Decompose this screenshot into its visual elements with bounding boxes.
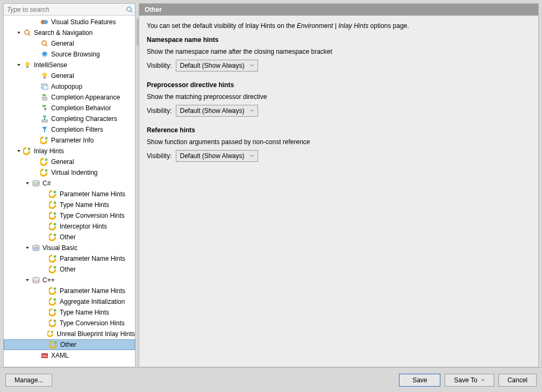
tree-item[interactable]: Source Browsing [4,49,135,60]
tree-item[interactable]: Type Name Hints [4,199,135,210]
svg-rect-10 [26,66,28,68]
tree-item[interactable]: Completing Characters [4,113,135,124]
tree-item-label: Unreal Blueprint Inlay Hints [57,330,135,338]
svg-point-39 [54,320,56,323]
tree-item[interactable]: Completion Appearance [4,92,135,103]
hint-icon [49,265,58,274]
expand-caret-icon[interactable] [24,180,31,187]
bulb-icon [23,61,32,69]
tree-item[interactable]: Parameter Name Hints [4,286,135,296]
tree-item[interactable]: IntelliSense [4,60,135,70]
options-tree[interactable]: Visual Studio FeaturesSearch & Navigatio… [4,16,135,367]
tree-item-label: Parameter Name Hints [60,190,125,198]
tree-item[interactable]: Parameter Name Hints [4,189,135,199]
hint-icon [40,158,49,166]
svg-rect-18 [42,120,47,122]
tree-item[interactable]: Type Name Hints [4,307,135,318]
svg-rect-15 [42,94,46,96]
comp-beh-icon [40,104,49,112]
tree-item-label: Completion Filters [51,126,103,133]
tree-item[interactable]: General [4,38,135,49]
tree-item[interactable]: Unreal Blueprint Inlay Hints [4,329,135,339]
tree-item[interactable]: Search & Navigation [4,27,135,38]
tree-item-label: Type Conversion Hints [60,319,125,327]
tree-item-label: Type Name Hints [60,309,109,316]
visibility-label: Visibility: [147,152,172,160]
intro-text: You can set the default visibility of In… [147,22,531,30]
cancel-button[interactable]: Cancel [498,374,537,387]
svg-point-27 [54,212,56,215]
svg-rect-16 [42,97,47,100]
tree-item[interactable]: C#C# [4,178,135,189]
tree-item[interactable]: General [4,70,135,81]
dropdown-value: Default (Show Always) [180,107,244,115]
manage-button[interactable]: Manage... [5,374,52,387]
chevron-down-icon [481,378,485,382]
visibility-dropdown[interactable]: Default (Show Always) [176,60,258,72]
search-row [4,4,135,16]
tree-item[interactable]: Completion Behavior [4,103,135,113]
content-panel: Other You can set the default visibility… [139,3,539,367]
visibility-dropdown[interactable]: Default (Show Always) [176,105,258,117]
expand-caret-icon[interactable] [16,62,22,68]
chevron-down-icon [250,154,254,158]
hint-icon [49,222,58,231]
search-icon[interactable] [125,5,134,14]
tree-item-label: Parameter Name Hints [60,255,125,262]
search-nav-icon [23,28,32,37]
expand-caret-icon[interactable] [24,245,31,251]
tree-item-label: Aggregate Initialization [60,298,125,305]
visibility-dropdown[interactable]: Default (Show Always) [176,150,258,162]
svg-point-4 [25,30,29,34]
svg-point-32 [54,255,56,258]
tree-item[interactable]: Inlay Hints [4,146,135,156]
expand-caret-icon[interactable] [16,30,22,36]
tree-item[interactable]: Virtual Indenting [4,167,135,178]
svg-point-11 [42,73,47,77]
tree-item[interactable]: Parameter Name Hints [4,253,135,264]
tree-item-label: Autopopup [51,83,82,90]
section-title: Preprocessor directive hints [147,81,531,89]
vb-icon: VB [32,244,40,252]
section-title: Reference hints [147,126,531,134]
tree-item[interactable]: Autopopup [4,81,135,92]
svg-point-22 [45,169,48,172]
save-button[interactable]: Save [399,374,440,387]
content-title: Other [139,4,538,16]
svg-text:C++: C++ [33,279,40,282]
tree-item[interactable]: Other [4,339,135,350]
tree-item[interactable]: XMLXAML [4,350,135,361]
content-body: You can set the default visibility of In… [139,16,538,367]
tree-item[interactable]: C++C++ [4,275,135,286]
intro-post: options page. [368,22,409,30]
tree-item[interactable]: Completion Filters [4,124,135,135]
chevron-down-icon [250,63,254,68]
svg-line-7 [46,45,47,46]
settings-section: Reference hintsShow function arguments p… [147,126,531,162]
expand-caret-icon[interactable] [16,148,22,154]
tree-item[interactable]: General [4,156,135,167]
search-input[interactable] [5,5,125,15]
section-description: Show the matching preprocessor directive [147,93,531,101]
tree-item[interactable]: Type Conversion Hints [4,210,135,221]
visibility-row: Visibility:Default (Show Always) [147,105,531,117]
hint-icon [49,254,58,263]
intro-pre: You can set the default visibility of In… [147,22,297,30]
source-icon [40,50,49,59]
vs-icon [40,18,49,26]
tree-item[interactable]: VBVisual Basic [4,243,135,253]
tree-item[interactable]: Interceptor Hints [4,221,135,232]
tree-item[interactable]: Aggregate Initialization [4,296,135,307]
tree-item[interactable]: Visual Studio Features [4,17,135,27]
hint-icon [40,136,49,145]
tree-item[interactable]: Type Conversion Hints [4,318,135,329]
tree-item[interactable]: Parameter Info [4,135,135,146]
tree-item-label: Type Conversion Hints [60,212,125,219]
tree-item[interactable]: Other [4,232,135,243]
tree-item-label: C# [42,180,51,187]
expand-caret-icon[interactable] [24,277,31,283]
tree-item-label: Source Browsing [51,51,100,58]
tree-item[interactable]: Other [4,264,135,275]
svg-point-41 [54,341,57,344]
save-to-button[interactable]: Save To [445,374,494,387]
